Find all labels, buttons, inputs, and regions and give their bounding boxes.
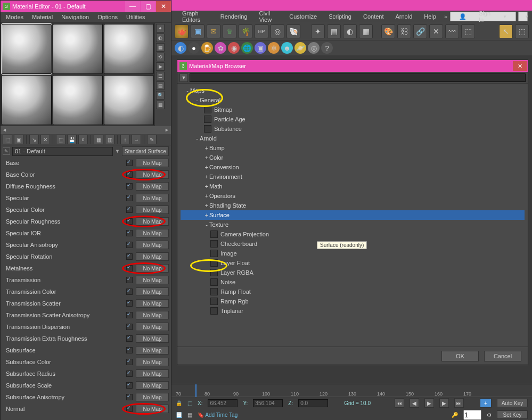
paint-icon[interactable]: 🎨 [381,24,395,38]
render-icon[interactable]: ▦ [359,24,373,38]
vortex-icon[interactable]: ◎ [308,42,320,54]
chain-icon[interactable]: ⛓ [397,24,411,38]
x-input[interactable] [208,399,238,407]
planet-icon[interactable]: 🪐 [294,42,306,54]
goto-start-icon[interactable]: ⏮ [395,398,404,408]
assign-icon[interactable]: ↘ [29,135,39,144]
teapot-icon[interactable]: 🫖 [175,24,189,38]
play-icon[interactable]: ▶ [424,398,434,408]
reset-icon[interactable]: ✕ [40,135,50,144]
param-checkbox[interactable] [126,300,133,307]
param-map-button[interactable]: No Map [136,334,169,343]
sample-slot-1[interactable] [2,24,52,74]
add-key-icon[interactable]: + [480,398,492,408]
time-slider[interactable] [195,384,197,397]
tree-layer-rgba[interactable]: Layer RGBA [181,268,525,277]
param-checkbox[interactable] [126,207,133,213]
wave-icon[interactable]: 〰 [445,24,459,38]
crown-icon[interactable]: ♛ [223,24,236,38]
menu-civil-view[interactable]: Civil View [253,9,283,24]
expand-icon[interactable]: + [204,183,209,190]
explode-icon[interactable]: ✦ [311,24,325,38]
sign-in-button[interactable]: 👤Sign In▼ [450,12,516,21]
log-icon[interactable]: ▤ [187,412,192,418]
menu-navigation[interactable]: Navigation [57,12,93,22]
param-checkbox[interactable] [126,195,133,201]
close-button[interactable]: ✕ [156,1,171,12]
globe-icon[interactable]: 🌐 [241,42,253,54]
tree-particle-age[interactable]: Particle Age [181,114,525,124]
tree-surface[interactable]: + Surface [181,210,525,220]
tree-bump[interactable]: + Bump [181,143,525,153]
sample-slot-3[interactable] [104,24,154,74]
tree-color[interactable]: + Color [181,153,525,162]
add-time-tag[interactable]: 🔖 Add Time Tag [198,412,238,418]
material-editor-titlebar[interactable]: 3 Material Editor - 01 - Default — ▢ ✕ [1,1,171,12]
param-checkbox[interactable] [126,312,133,318]
beer-icon[interactable]: 🍺 [201,42,213,54]
expand-icon[interactable]: - [185,87,190,94]
backlight-icon[interactable]: ◐ [156,34,165,42]
id-icon[interactable]: 0 [78,135,88,144]
minimize-button[interactable]: — [125,1,140,12]
param-checkbox[interactable] [126,394,133,400]
tree-environment[interactable]: + Environment [181,172,525,182]
prev-frame-icon[interactable]: ◀ [410,398,419,408]
browser-close-button[interactable]: ✕ [513,61,527,71]
sample-slot-5[interactable] [53,75,103,125]
param-checkbox[interactable] [126,160,133,166]
expand-icon[interactable]: + [204,212,209,218]
cancel-button[interactable]: Cancel [484,351,521,361]
put-to-scene-icon[interactable]: ▣ [14,135,23,144]
dropdown-icon[interactable]: ▼ [115,149,120,154]
menu-customize[interactable]: Customize [284,12,322,21]
tree-ramp-rgb[interactable]: Ramp Rgb [181,297,525,306]
param-checkbox[interactable] [126,253,133,260]
options-icon[interactable]: ☰ [156,72,165,80]
selection-icon[interactable]: ⬚ [187,400,192,406]
go-parent-icon[interactable]: ↑ [120,135,130,144]
menu-options[interactable]: Options [93,12,122,22]
sample-scrollbar[interactable]: ◄► [1,126,171,134]
key-mode-icon[interactable]: 🔑 [452,412,458,418]
param-checkbox[interactable] [126,347,133,353]
repeat-icon[interactable]: ⟲ [156,53,165,61]
tree-arnold[interactable]: - Arnold [181,134,525,143]
tree-bitmap[interactable]: Bitmap [181,105,525,114]
param-map-button[interactable]: No Map [136,369,169,378]
expand-icon[interactable]: + [204,202,209,209]
param-map-button[interactable]: No Map [136,264,169,273]
expand-icon[interactable]: + [204,193,209,199]
param-map-button[interactable]: No Map [136,276,169,284]
browser-titlebar[interactable]: 3 Material/Map Browser ✕ [177,60,528,72]
auto-key-button[interactable]: Auto Key [497,399,528,407]
param-checkbox[interactable] [126,183,133,190]
param-checkbox[interactable] [126,277,133,283]
param-checkbox[interactable] [126,335,133,342]
param-map-button[interactable]: No Map [136,205,169,214]
tile-icon[interactable]: ▤ [156,81,165,90]
tree-noise[interactable]: Noise [181,277,525,287]
param-map-button[interactable]: No Map [136,182,169,191]
param-map-button[interactable]: No Map [136,405,169,413]
envelope-icon[interactable]: ✉ [207,24,220,38]
expand-icon[interactable]: + [204,164,209,170]
param-checkbox[interactable] [126,171,133,178]
param-map-button[interactable]: No Map [136,393,169,401]
hp-icon[interactable]: HP [255,24,268,38]
tree-substance[interactable]: Substance [181,124,525,134]
sample-type-icon[interactable]: ● [156,24,165,32]
menu-modes[interactable]: Modes [2,12,28,22]
background-icon[interactable]: ▦ [156,43,165,52]
video-icon[interactable]: ▶ [156,62,165,71]
material-editor-icon[interactable]: ◐ [343,24,357,38]
parameter-list[interactable]: BaseNo MapBase ColorNo MapDiffuse Roughn… [1,157,171,420]
lock-icon[interactable]: 🔒 [176,400,182,406]
param-map-button[interactable]: No Map [136,346,169,355]
frame-input[interactable] [463,410,481,420]
ok-button[interactable]: OK [441,351,479,361]
maximize-button[interactable]: ▢ [141,1,155,12]
z-input[interactable] [298,399,328,407]
link-icon[interactable]: 🔗 [413,24,427,38]
param-checkbox[interactable] [126,265,133,271]
